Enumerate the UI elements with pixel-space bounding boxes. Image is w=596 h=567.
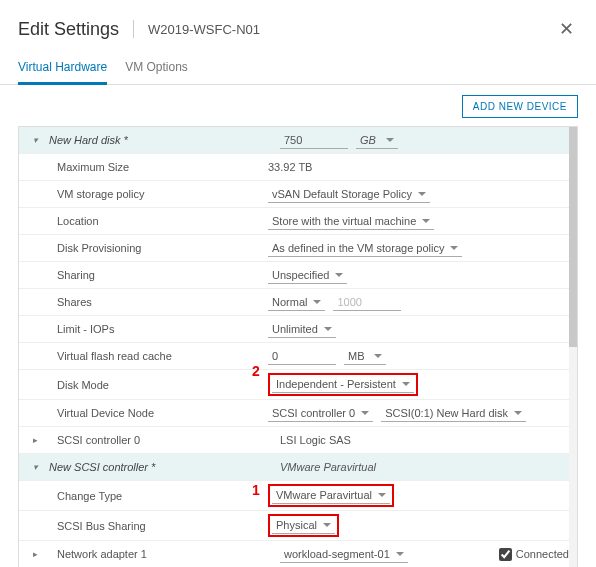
settings-panel: ▾ New Hard disk * GB Maximum Size 33.92 … [18, 126, 578, 567]
section-new-hard-disk[interactable]: ▾ New Hard disk * GB [19, 127, 577, 154]
shares-value-input[interactable] [333, 294, 401, 311]
bus-sharing-dropdown[interactable]: Physical [272, 517, 335, 534]
section-new-scsi-controller[interactable]: ▾ New SCSI controller * VMware Paravirtu… [19, 454, 577, 481]
row-label: Network adapter 1 [45, 548, 280, 560]
flash-cache-input[interactable] [268, 348, 336, 365]
provisioning-dropdown[interactable]: As defined in the VM storage policy [268, 240, 462, 257]
row-shares: Shares Normal [19, 289, 577, 316]
vdn-controller-dropdown[interactable]: SCSI controller 0 [268, 405, 373, 422]
storage-policy-dropdown[interactable]: vSAN Default Storage Policy [268, 186, 430, 203]
tab-bar: Virtual Hardware VM Options [0, 54, 596, 85]
checkbox-label: Connected [516, 548, 569, 560]
disk-mode-dropdown[interactable]: Independent - Persistent [272, 376, 414, 393]
flash-cache-unit-dropdown[interactable]: MB [344, 348, 386, 365]
chevron-right-icon: ▸ [33, 549, 45, 559]
row-value: 33.92 TB [268, 161, 569, 173]
disk-size-input[interactable] [280, 132, 348, 149]
row-label: VM storage policy [33, 188, 268, 200]
row-network-adapter-1[interactable]: ▸ Network adapter 1 workload-segment-01 … [19, 541, 577, 567]
row-limit-iops: Limit - IOPs Unlimited [19, 316, 577, 343]
add-new-device-button[interactable]: ADD NEW DEVICE [462, 95, 578, 118]
row-label: Virtual Device Node [33, 407, 268, 419]
chevron-right-icon: ▸ [33, 435, 45, 445]
row-label: New Hard disk * [45, 134, 280, 146]
row-label: Sharing [33, 269, 268, 281]
chevron-down-icon: ▾ [33, 135, 45, 145]
row-label: Disk Mode [33, 379, 268, 391]
row-storage-policy: VM storage policy vSAN Default Storage P… [19, 181, 577, 208]
highlight-box-1a: VMware Paravirtual [268, 484, 394, 507]
tab-virtual-hardware[interactable]: Virtual Hardware [18, 54, 107, 85]
tab-vm-options[interactable]: VM Options [125, 54, 188, 84]
row-sharing: Sharing Unspecified [19, 262, 577, 289]
network-connected-checkbox[interactable]: Connected [499, 548, 569, 561]
row-label: Location [33, 215, 268, 227]
row-location: Location Store with the virtual machine [19, 208, 577, 235]
row-label: SCSI Bus Sharing [33, 520, 268, 532]
annotation-marker-2: 2 [252, 363, 260, 379]
change-type-dropdown[interactable]: VMware Paravirtual [272, 487, 390, 504]
toolbar: ADD NEW DEVICE [0, 85, 596, 126]
row-flash-cache: Virtual flash read cache MB [19, 343, 577, 370]
title-divider [133, 20, 134, 38]
row-scsi-controller-0[interactable]: ▸ SCSI controller 0 LSI Logic SAS [19, 427, 577, 454]
row-label: Disk Provisioning [33, 242, 268, 254]
row-label: Shares [33, 296, 268, 308]
row-max-size: Maximum Size 33.92 TB [19, 154, 577, 181]
annotation-marker-1: 1 [252, 482, 260, 498]
row-virtual-device-node: Virtual Device Node SCSI controller 0 SC… [19, 400, 577, 427]
highlight-box-1b: Physical [268, 514, 339, 537]
close-icon[interactable]: ✕ [555, 14, 578, 44]
chevron-down-icon: ▾ [33, 462, 45, 472]
dialog-header: Edit Settings W2019-WSFC-N01 ✕ [0, 0, 596, 54]
location-dropdown[interactable]: Store with the virtual machine [268, 213, 434, 230]
dialog-title: Edit Settings [18, 19, 119, 40]
row-disk-provisioning: Disk Provisioning As defined in the VM s… [19, 235, 577, 262]
network-dropdown[interactable]: workload-segment-01 [280, 546, 408, 563]
scrollbar-thumb[interactable] [569, 127, 577, 347]
row-value: VMware Paravirtual [280, 461, 569, 473]
row-scsi-bus-sharing: SCSI Bus Sharing Physical [19, 511, 577, 541]
disk-size-unit-dropdown[interactable]: GB [356, 132, 398, 149]
row-label: Maximum Size [33, 161, 268, 173]
vdn-slot-dropdown[interactable]: SCSI(0:1) New Hard disk [381, 405, 526, 422]
row-label: Change Type [33, 490, 268, 502]
row-label: Virtual flash read cache [33, 350, 268, 362]
shares-level-dropdown[interactable]: Normal [268, 294, 325, 311]
sharing-dropdown[interactable]: Unspecified [268, 267, 347, 284]
row-label: SCSI controller 0 [45, 434, 280, 446]
row-change-type: Change Type VMware Paravirtual [19, 481, 577, 511]
highlight-box-2: Independent - Persistent [268, 373, 418, 396]
row-label: Limit - IOPs [33, 323, 268, 335]
row-value: LSI Logic SAS [280, 434, 569, 446]
scrollbar-track[interactable] [569, 127, 577, 567]
row-label: New SCSI controller * [45, 461, 280, 473]
vm-name: W2019-WSFC-N01 [148, 22, 260, 37]
row-disk-mode: Disk Mode Independent - Persistent [19, 370, 577, 400]
checkbox-input[interactable] [499, 548, 512, 561]
iops-dropdown[interactable]: Unlimited [268, 321, 336, 338]
